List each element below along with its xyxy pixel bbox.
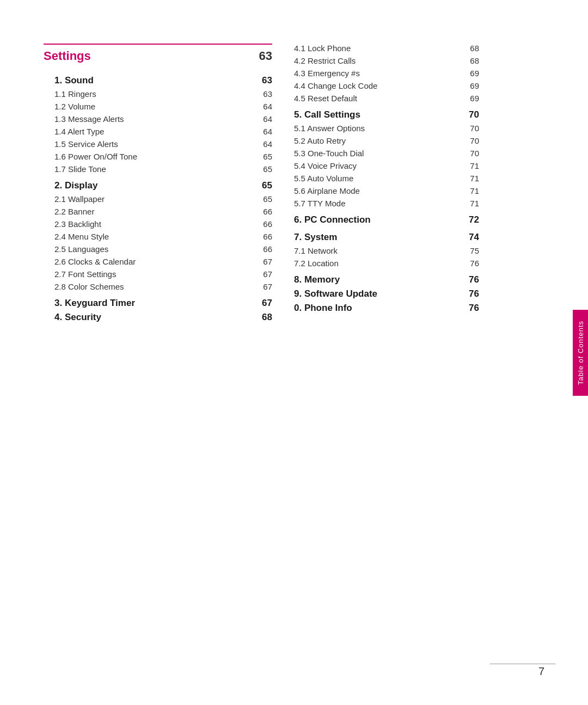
item-2-3-label: 2.3 Backlight [54,219,101,229]
item-1-3-row: 1.3 Message Alerts 64 [44,114,272,124]
item-2-4-row: 2.4 Menu Style 66 [44,232,272,241]
item-5-2-page: 70 [463,136,479,145]
item-5-1-page: 70 [463,124,479,133]
item-1-1-page: 63 [256,89,272,99]
item-5-3-page: 70 [463,149,479,158]
item-5-7-page: 71 [463,199,479,208]
item-1-6-label: 1.6 Power On/Off Tone [54,152,137,161]
section-8-page: 76 [469,274,479,285]
item-4-5-row: 4.5 Reset Default 69 [294,94,479,103]
item-4-1-page: 68 [463,44,479,53]
section-5-page: 70 [469,109,479,120]
item-5-4-row: 5.4 Voice Privacy 71 [294,161,479,170]
section-4-page: 68 [262,312,272,323]
item-2-5-row: 2.5 Languages 66 [44,244,272,254]
section-3-row: 3. Keyguard Timer 67 [44,298,272,309]
item-4-4-page: 69 [463,81,479,90]
item-7-2-row: 7.2 Location 76 [294,259,479,268]
item-2-4-page: 66 [256,232,272,241]
item-5-7-label: 5.7 TTY Mode [294,199,346,208]
item-5-4-page: 71 [463,161,479,170]
item-5-1-label: 5.1 Answer Options [294,124,365,133]
item-2-5-page: 66 [256,244,272,254]
item-5-5-label: 5.5 Auto Volume [294,174,353,183]
item-2-3-page: 66 [256,219,272,229]
item-4-2-row: 4.2 Restrict Calls 68 [294,56,479,65]
item-4-3-label: 4.3 Emergency #s [294,69,360,78]
section-7-row: 7. System 74 [294,232,479,243]
item-5-1-row: 5.1 Answer Options 70 [294,124,479,133]
item-7-1-page: 75 [463,246,479,255]
item-4-3-page: 69 [463,69,479,78]
item-5-4-label: 5.4 Voice Privacy [294,161,357,170]
item-4-5-page: 69 [463,94,479,103]
item-2-4-label: 2.4 Menu Style [54,232,109,241]
item-1-1-label: 1.1 Ringers [54,89,96,99]
item-1-5-label: 1.5 Service Alerts [54,139,118,149]
item-5-6-page: 71 [463,186,479,195]
right-column: 4.1 Lock Phone 68 4.2 Restrict Calls 68 … [272,44,479,317]
item-5-6-row: 5.6 Airplane Mode 71 [294,186,479,195]
item-4-2-label: 4.2 Restrict Calls [294,56,356,65]
item-1-3-page: 64 [256,114,272,124]
section-5-row: 5. Call Settings 70 [294,109,479,120]
section-9-row: 9. Software Update 76 [294,289,479,299]
item-2-7-label: 2.7 Font Settings [54,269,116,279]
item-1-1-row: 1.1 Ringers 63 [44,89,272,99]
item-2-6-row: 2.6 Clocks & Calendar 67 [44,257,272,266]
item-1-3-label: 1.3 Message Alerts [54,114,124,124]
section-1-label: 1. Sound [44,75,94,86]
item-1-6-row: 1.6 Power On/Off Tone 65 [44,152,272,161]
toc-layout: Settings 63 1. Sound 63 1.1 Ringers 63 1… [44,44,555,326]
section-3-label: 3. Keyguard Timer [44,298,135,309]
page-number: 7 [538,665,544,678]
item-2-2-label: 2.2 Banner [54,207,94,216]
section-8-label: 8. Memory [294,274,340,285]
item-1-2-page: 64 [256,102,272,111]
item-7-2-label: 7.2 Location [294,259,339,268]
item-2-7-page: 67 [256,269,272,279]
section-7-page: 74 [469,232,479,243]
item-4-3-row: 4.3 Emergency #s 69 [294,69,479,78]
item-1-2-label: 1.2 Volume [54,102,95,111]
section-8-row: 8. Memory 76 [294,274,479,285]
item-1-6-page: 65 [256,152,272,161]
item-2-6-label: 2.6 Clocks & Calendar [54,257,136,266]
item-2-3-row: 2.3 Backlight 66 [44,219,272,229]
page-container: Settings 63 1. Sound 63 1.1 Ringers 63 1… [0,0,588,705]
item-1-7-row: 1.7 Slide Tone 65 [44,164,272,174]
item-5-3-label: 5.3 One-Touch Dial [294,149,364,158]
sidebar-tab: Table of Contents [573,309,588,395]
item-1-4-label: 1.4 Alert Type [54,127,104,136]
item-4-1-label: 4.1 Lock Phone [294,44,351,53]
item-7-1-label: 7.1 Network [294,246,338,255]
section-6-label: 6. PC Connection [294,214,371,225]
section-3-page: 67 [262,298,272,309]
section-0-label: 0. Phone Info [294,303,352,314]
item-2-1-label: 2.1 Wallpaper [54,194,105,204]
section-6-page: 72 [469,214,479,225]
section-7-label: 7. System [294,232,337,243]
item-5-5-row: 5.5 Auto Volume 71 [294,174,479,183]
item-4-4-row: 4.4 Change Lock Code 69 [294,81,479,90]
item-1-4-page: 64 [256,127,272,136]
section-4-row: 4. Security 68 [44,312,272,323]
section-1-row: 1. Sound 63 [44,75,272,86]
section-9-page: 76 [469,289,479,299]
item-5-5-page: 71 [463,174,479,183]
settings-page: 63 [259,49,272,63]
item-5-7-row: 5.7 TTY Mode 71 [294,199,479,208]
item-7-2-page: 76 [463,259,479,268]
settings-title-row: Settings 63 [44,49,272,63]
item-2-1-row: 2.1 Wallpaper 65 [44,194,272,204]
section-4-label: 4. Security [44,312,101,323]
item-1-7-label: 1.7 Slide Tone [54,164,106,174]
item-2-7-row: 2.7 Font Settings 67 [44,269,272,279]
item-5-6-label: 5.6 Airplane Mode [294,186,360,195]
item-4-4-label: 4.4 Change Lock Code [294,81,377,90]
item-7-1-row: 7.1 Network 75 [294,246,479,255]
section-1-page: 63 [262,75,272,86]
section-5-label: 5. Call Settings [294,109,360,120]
bottom-divider [490,664,555,664]
sidebar-tab-label: Table of Contents [577,320,585,384]
